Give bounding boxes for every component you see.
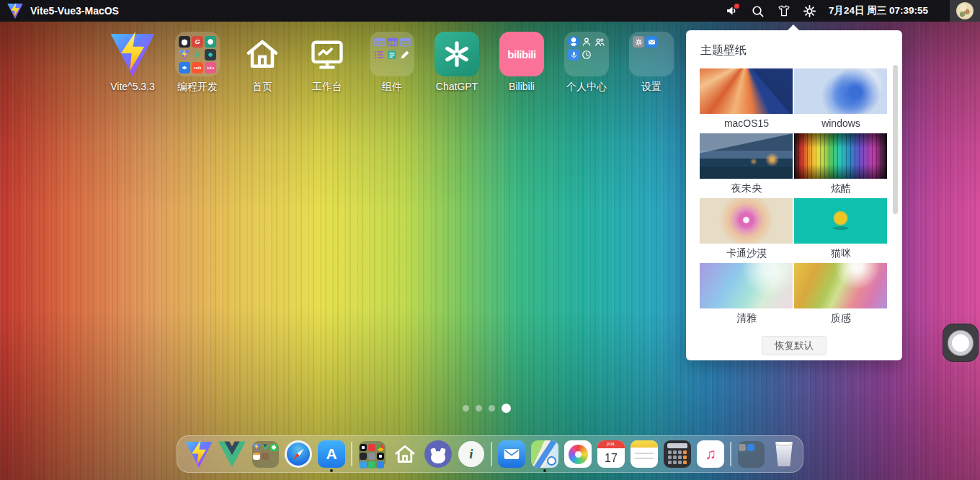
- dock-item-photos[interactable]: [564, 436, 592, 472]
- vite-mini-icon: [253, 444, 260, 451]
- dock-item-safari[interactable]: [285, 436, 312, 472]
- desktop-icon-user-folder[interactable]: 个人中心: [554, 32, 619, 94]
- wallpaper-label: 夜未央: [700, 179, 793, 198]
- music-note-icon: ♫: [697, 440, 724, 468]
- wallpaper-item-cat[interactable]: 猫咪: [794, 198, 888, 263]
- dock-item-mail[interactable]: [498, 436, 525, 472]
- calendar-day: 17: [597, 448, 625, 468]
- reset-default-button[interactable]: 恢复默认: [762, 336, 827, 355]
- wallpaper-label: 卡通沙漠: [700, 244, 793, 263]
- chrome-mini-icon: [377, 444, 384, 451]
- lula-mini-icon: LuLa: [205, 62, 216, 74]
- dock-item-github[interactable]: [424, 436, 452, 472]
- wallpaper-thumb[interactable]: [700, 263, 793, 308]
- wallpaper-thumb[interactable]: [700, 68, 793, 114]
- wallpaper-popover: 主题壁纸 macOS15 windows 夜未央 炫酷 卡通沙漠 猫咪 清雅 质…: [686, 30, 902, 360]
- wallpaper-item-cool[interactable]: 炫酷: [794, 133, 888, 198]
- desktop-icon-components-folder[interactable]: 组件: [360, 32, 424, 94]
- settings-folder-icon: [738, 441, 765, 468]
- page-dot-4-active[interactable]: [502, 404, 511, 413]
- openai-knot-icon: [442, 39, 472, 69]
- desktop-icon-chatgpt[interactable]: ChatGPT: [424, 32, 489, 94]
- group-mini-icon: [594, 36, 605, 48]
- assistive-touch-button[interactable]: [943, 324, 979, 362]
- vue-mini-icon: V: [192, 49, 203, 61]
- dock-item-home[interactable]: [391, 436, 419, 472]
- theme-wallpaper-button[interactable]: [771, 0, 797, 22]
- list-mini-icon: [373, 49, 385, 61]
- mail-envelope-icon: [498, 440, 525, 468]
- desktop-icon-home[interactable]: 首页: [230, 32, 295, 94]
- wallpaper-grid: macOS15 windows 夜未央 炫酷 卡通沙漠 猫咪 清雅 质感: [686, 68, 902, 328]
- notification-dot: [734, 4, 739, 9]
- dock-item-vue[interactable]: [218, 436, 246, 472]
- volume-button[interactable]: [719, 0, 745, 22]
- github-octocat-icon: [424, 440, 452, 468]
- dock-item-about[interactable]: i: [458, 436, 485, 472]
- page-dot-1[interactable]: [463, 405, 469, 412]
- page-dot-2[interactable]: [476, 405, 482, 412]
- dock-separator: [491, 442, 492, 466]
- search-button[interactable]: [745, 0, 771, 22]
- wallpaper-item-texture[interactable]: 质感: [794, 263, 888, 328]
- desktop-icon-vite[interactable]: Vite^5.3.3: [100, 32, 165, 94]
- dock-item-calculator[interactable]: [664, 436, 691, 472]
- calculator-icon: [664, 440, 691, 468]
- wallpaper-item-windows[interactable]: windows: [794, 68, 888, 133]
- settings-button[interactable]: [797, 0, 823, 22]
- desktop-icon-settings-folder[interactable]: 设置: [619, 32, 684, 94]
- calendar-month: JUL: [597, 440, 625, 448]
- dock-item-music[interactable]: ♫: [697, 436, 724, 472]
- dock-item-trash[interactable]: [770, 436, 798, 472]
- layers-mini-icon: [179, 62, 190, 74]
- wallpaper-label: 炫酷: [794, 179, 888, 198]
- desktop-icon-dev-folder[interactable]: G V csdn LuLa 编程开发: [165, 32, 230, 94]
- dock-item-vite[interactable]: [185, 436, 213, 472]
- user-avatar: [956, 2, 974, 19]
- bilibili-icon: bilibili: [499, 32, 544, 76]
- menubar-clock: 7月24日 周三 07:39:55: [829, 4, 928, 17]
- dev-folder-tile: G V csdn LuLa: [175, 32, 220, 76]
- calendar-icon: JUL 17: [597, 440, 625, 468]
- microphone-mini-icon: [568, 49, 579, 61]
- desktop-icon-label: 个人中心: [566, 81, 607, 94]
- wallpaper-thumb[interactable]: [700, 133, 793, 179]
- user-filled-mini-icon: [568, 36, 579, 48]
- green-app-mini-icon: [368, 461, 375, 468]
- wallpaper-thumb[interactable]: [794, 68, 887, 114]
- wallpaper-thumb[interactable]: [794, 198, 887, 244]
- wallpaper-item-desert[interactable]: 卡通沙漠: [700, 198, 793, 263]
- table-mini-icon: [373, 36, 385, 48]
- gear-icon: [803, 4, 816, 18]
- vite-mini-icon: [179, 49, 190, 61]
- wallpaper-label: macOS15: [700, 114, 793, 133]
- dock-item-maps[interactable]: [531, 436, 558, 472]
- wallpaper-thumb[interactable]: [700, 198, 793, 244]
- assistive-touch-ring: [948, 331, 973, 355]
- dock: A i JUL 17 ♫: [177, 435, 803, 473]
- dock-item-settings-folder[interactable]: [737, 436, 765, 472]
- dock-separator: [730, 442, 731, 466]
- wallpaper-label: 清雅: [700, 308, 793, 328]
- dock-item-calendar[interactable]: JUL 17: [597, 436, 625, 472]
- table-mini-icon: [386, 36, 398, 48]
- popover-scrollbar[interactable]: [893, 65, 898, 214]
- menu-bar-left: Vite5-Vue3-MacOS: [0, 3, 119, 19]
- user-outline-mini-icon: [581, 36, 592, 48]
- notes-mini-icon: [253, 453, 260, 460]
- wallpaper-thumb[interactable]: [794, 133, 887, 179]
- user-avatar-button[interactable]: [950, 0, 980, 22]
- wallpaper-item-elegant[interactable]: 清雅: [700, 263, 793, 328]
- wallpaper-item-macos15[interactable]: macOS15: [700, 68, 793, 133]
- dock-item-apps-folder[interactable]: [251, 436, 279, 472]
- dock-item-notes[interactable]: [631, 436, 658, 472]
- wallpaper-item-night[interactable]: 夜未央: [700, 133, 793, 198]
- dock-item-media-folder[interactable]: [358, 436, 386, 472]
- dock-item-app-store[interactable]: A: [318, 436, 345, 472]
- page-dot-3[interactable]: [489, 405, 495, 412]
- wallpaper-label: 质感: [794, 308, 888, 328]
- desktop-icon-workbench[interactable]: 工作台: [295, 32, 360, 94]
- desktop-icon-label: Vite^5.3.3: [110, 81, 155, 92]
- wallpaper-thumb[interactable]: [794, 263, 887, 308]
- desktop-icon-bilibili[interactable]: bilibili Bilibili: [489, 32, 554, 94]
